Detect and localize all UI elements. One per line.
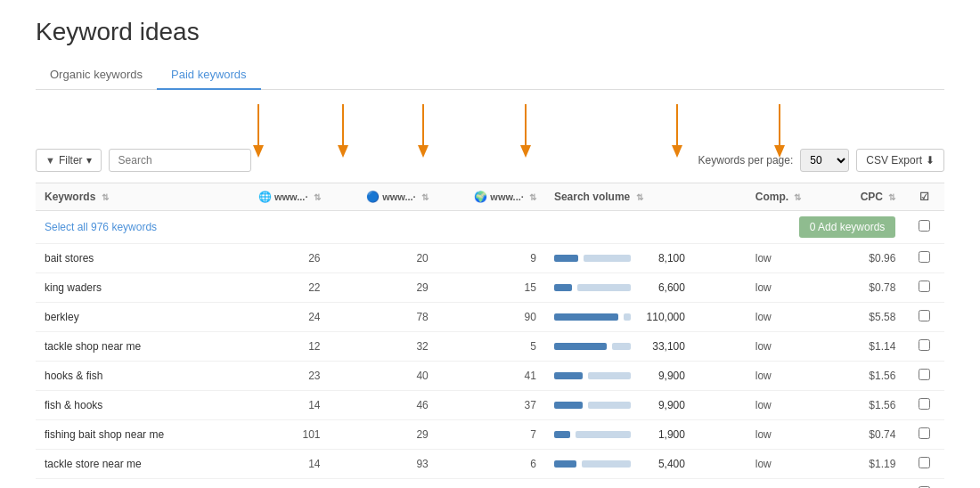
c3-cell: 15 bbox=[437, 273, 545, 303]
volume-number: 9,900 bbox=[636, 370, 685, 382]
row-checkbox-cell bbox=[904, 450, 944, 479]
sort-www1-icon[interactable]: ⇅ bbox=[314, 192, 321, 202]
sort-keywords-icon[interactable]: ⇅ bbox=[102, 192, 109, 202]
keyword-cell: fish & hooks bbox=[36, 391, 221, 420]
volume-cell: 2,900 bbox=[545, 479, 747, 489]
volume-bar bbox=[554, 431, 570, 438]
row-checkbox[interactable] bbox=[919, 310, 930, 321]
c1-cell: 101 bbox=[221, 420, 329, 450]
table-header-row: Keywords ⇅ 🌐 www...· ⇅ 🔵 www...· ⇅ � bbox=[36, 183, 944, 211]
volume-number: 33,100 bbox=[636, 340, 685, 353]
comp-cell: low bbox=[747, 303, 833, 332]
keyword-cell: tackle store near me bbox=[36, 450, 221, 479]
keyword-cell: king waders bbox=[36, 273, 221, 303]
row-checkbox[interactable] bbox=[919, 427, 930, 439]
row-checkbox-cell bbox=[904, 303, 944, 332]
select-all-row: Select all 976 keywords 0 Add keywords bbox=[36, 211, 944, 244]
row-checkbox[interactable] bbox=[919, 339, 930, 351]
c1-cell: 12 bbox=[221, 332, 329, 362]
volume-cell: 8,100 bbox=[545, 244, 747, 273]
volume-cell: 110,000 bbox=[545, 303, 747, 332]
c3-cell: 7 bbox=[437, 420, 545, 450]
row-checkbox[interactable] bbox=[919, 281, 930, 292]
tab-organic-keywords[interactable]: Organic keywords bbox=[36, 61, 157, 90]
keywords-per-page-select[interactable]: 50 100 200 bbox=[800, 149, 849, 172]
volume-bar bbox=[554, 284, 572, 291]
volume-number: 6,600 bbox=[636, 281, 685, 294]
toolbar: ▼ Filter ▾ Keywords per page: 50 100 200… bbox=[36, 149, 944, 172]
comp-cell: low bbox=[747, 362, 833, 391]
favicon3-icon: 🌍 bbox=[474, 191, 487, 203]
table-row: king waders 22 29 15 6,600 low $0.78 bbox=[36, 273, 944, 303]
c3-cell: 4 bbox=[437, 479, 545, 489]
filter-dropdown-icon: ▾ bbox=[86, 154, 92, 167]
tab-paid-keywords[interactable]: Paid keywords bbox=[157, 61, 261, 90]
c2-cell: 46 bbox=[330, 391, 437, 420]
cpc-cell: $5.58 bbox=[833, 303, 905, 332]
favicon2-icon: 🔵 bbox=[366, 191, 380, 203]
c2-cell: 78 bbox=[330, 303, 437, 332]
row-checkbox[interactable] bbox=[919, 457, 930, 468]
main-page: Keyword ideas Organic keywords Paid keyw… bbox=[0, 0, 980, 488]
sort-cpc-icon[interactable]: ⇅ bbox=[888, 192, 895, 202]
volume-bar bbox=[554, 343, 607, 350]
volume-bar bbox=[554, 372, 583, 379]
row-checkbox[interactable] bbox=[919, 369, 930, 380]
keyword-cell: hooks & fish bbox=[36, 362, 221, 391]
c1-cell: 24 bbox=[221, 303, 329, 332]
col-www1: 🌐 www...· ⇅ bbox=[221, 183, 329, 211]
csv-export-button[interactable]: CSV Export ⬇ bbox=[856, 149, 944, 172]
volume-cell: 9,900 bbox=[545, 362, 747, 391]
row-checkbox-cell bbox=[904, 273, 944, 303]
comp-cell: low bbox=[747, 273, 833, 303]
sort-volume-icon[interactable]: ⇅ bbox=[636, 192, 643, 202]
checkbox-header-icon: ☑ bbox=[919, 191, 929, 203]
select-all-link[interactable]: Select all 976 keywords bbox=[45, 221, 157, 233]
comp-cell: low bbox=[747, 244, 833, 273]
download-icon: ⬇ bbox=[926, 154, 935, 167]
cpc-cell: $0.96 bbox=[833, 244, 905, 273]
c2-cell: 20 bbox=[330, 244, 437, 273]
comp-cell: low bbox=[747, 479, 833, 489]
add-keywords-button[interactable]: 0 Add keywords bbox=[799, 216, 896, 238]
filter-button[interactable]: ▼ Filter ▾ bbox=[36, 149, 102, 172]
cpc-cell: $1.56 bbox=[833, 391, 905, 420]
c1-cell: 22 bbox=[221, 273, 329, 303]
c2-cell: 32 bbox=[330, 332, 437, 362]
col-cpc: CPC ⇅ bbox=[833, 183, 905, 211]
row-checkbox-cell bbox=[904, 332, 944, 362]
c1-cell: 23 bbox=[221, 362, 329, 391]
search-input[interactable] bbox=[109, 149, 251, 172]
volume-bar-empty bbox=[576, 431, 631, 438]
volume-bar-empty bbox=[588, 372, 631, 379]
c1-cell: 14 bbox=[221, 391, 329, 420]
sort-comp-icon[interactable]: ⇅ bbox=[794, 192, 801, 202]
volume-number: 1,900 bbox=[636, 428, 685, 441]
table-row: bait stores 26 20 9 8,100 low $0.96 bbox=[36, 244, 944, 273]
row-checkbox[interactable] bbox=[919, 251, 930, 263]
c1-cell: 14 bbox=[221, 450, 329, 479]
table-row: tackle shop near me 12 32 5 33,100 low $… bbox=[36, 332, 944, 362]
keyword-cell: fishing lures and bait bbox=[36, 479, 221, 489]
keyword-cell: fishing bait shop near me bbox=[36, 420, 221, 450]
c3-cell: 90 bbox=[437, 303, 545, 332]
col-checkbox: ☑ bbox=[904, 183, 944, 211]
c3-cell: 6 bbox=[437, 450, 545, 479]
sort-www2-icon[interactable]: ⇅ bbox=[421, 192, 429, 202]
col-keywords: Keywords ⇅ bbox=[36, 183, 221, 211]
comp-cell: low bbox=[747, 332, 833, 362]
select-all-checkbox[interactable] bbox=[919, 220, 930, 232]
row-checkbox[interactable] bbox=[919, 398, 930, 410]
volume-cell: 1,900 bbox=[545, 420, 747, 450]
col-www2: 🔵 www...· ⇅ bbox=[330, 183, 437, 211]
volume-number: 110,000 bbox=[636, 311, 685, 323]
filter-icon: ▼ bbox=[45, 155, 55, 166]
cpc-cell: $0.74 bbox=[833, 420, 905, 450]
sort-www3-icon[interactable]: ⇅ bbox=[529, 192, 536, 202]
page-title: Keyword ideas bbox=[36, 18, 944, 46]
comp-cell: low bbox=[747, 391, 833, 420]
volume-number: 5,400 bbox=[636, 458, 685, 470]
csv-export-label: CSV Export bbox=[866, 154, 922, 167]
toolbar-left: ▼ Filter ▾ bbox=[36, 149, 251, 172]
col-comp: Comp. ⇅ bbox=[747, 183, 833, 211]
